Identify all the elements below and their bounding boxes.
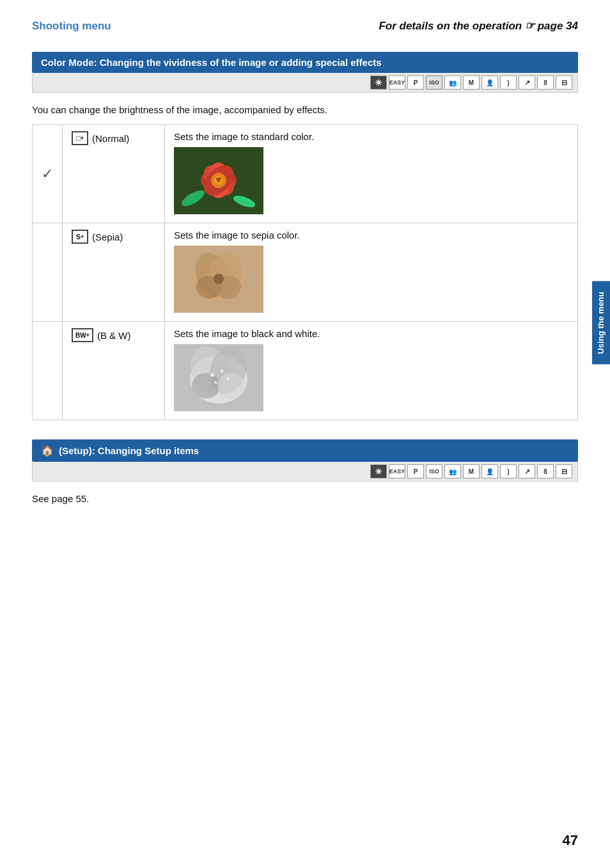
arrow-icon-box: ↗ xyxy=(519,75,535,90)
setup-m-label: M xyxy=(469,468,474,475)
setup-m-icon-box: M xyxy=(463,464,480,478)
svg-point-9 xyxy=(217,180,220,182)
setup-icon: 🏠 xyxy=(41,445,54,457)
camera-icon-box: ☀ xyxy=(370,75,387,90)
bracket-icon-box: ) xyxy=(500,75,517,90)
person-icon: 👤 xyxy=(486,79,494,86)
svg-point-24 xyxy=(217,373,246,398)
svg-point-23 xyxy=(192,373,220,398)
setup-grid-icon: ⊟ xyxy=(561,468,567,476)
setup-eight-icon-box: 8 xyxy=(537,464,554,478)
arrow-icon: ↗ xyxy=(524,79,530,87)
normal-label: (Normal) xyxy=(92,133,129,144)
mode-icon-cell-normal: □+ (Normal) xyxy=(63,125,165,223)
table-row: ✓ □+ (Normal) Sets the image to standard… xyxy=(33,125,578,223)
eight-icon-box: 8 xyxy=(537,75,554,90)
setup-easy-icon-box: EASY xyxy=(389,464,405,478)
eight-label: 8 xyxy=(544,79,547,86)
normal-icon-box: □+ xyxy=(72,131,88,145)
setup-arrow-icon: ↗ xyxy=(524,468,530,476)
check-cell-bw xyxy=(33,322,63,420)
sepia-label: (Sepia) xyxy=(92,232,123,242)
p-label: P xyxy=(414,79,418,86)
people-icon: 👥 xyxy=(449,79,457,86)
sepia-photo xyxy=(174,246,263,313)
bw-mode-label: BW+ (B & W) xyxy=(72,328,155,342)
setup-eight-label: 8 xyxy=(544,468,547,475)
setup-easy-label: EASY xyxy=(389,468,405,475)
easy-icon-box: EASY xyxy=(389,75,405,90)
svg-point-18 xyxy=(214,274,224,284)
bw-icon-box: BW+ xyxy=(72,328,93,342)
iso-label: ISO xyxy=(429,79,439,86)
setup-p-label: P xyxy=(414,468,418,475)
setup-iso-icon-box: ISO xyxy=(426,464,442,478)
grid-icon-box: ⊟ xyxy=(556,75,572,90)
setup-person-icon: 👤 xyxy=(486,468,494,475)
m-label: M xyxy=(469,79,474,86)
color-mode-title: Color Mode: Changing the vividness of th… xyxy=(41,57,382,68)
grid-icon: ⊟ xyxy=(561,79,567,87)
svg-point-28 xyxy=(214,381,217,384)
setup-people-icon-box: 👥 xyxy=(444,464,461,478)
svg-point-25 xyxy=(210,373,214,377)
sepia-icon-box: S+ xyxy=(72,230,88,244)
section-title: Shooting menu xyxy=(32,20,111,33)
bw-desc-cell: Sets the image to black and white. xyxy=(165,322,578,420)
setup-p-icon-box: P xyxy=(407,464,424,478)
normal-mode-label: □+ (Normal) xyxy=(72,131,155,145)
camera-icon: ☀ xyxy=(375,78,382,88)
setup-bracket-icon-box: ) xyxy=(500,464,517,478)
setup-grid-icon-box: ⊟ xyxy=(556,464,572,478)
bw-photo xyxy=(174,344,263,411)
operation-ref: For details on the operation ☞ page 34 xyxy=(379,19,578,33)
bw-label: (B & W) xyxy=(97,330,131,341)
check-cell-sepia xyxy=(33,223,63,322)
page-header: Shooting menu For details on the operati… xyxy=(32,19,578,33)
people-icon-box: 👥 xyxy=(444,75,461,90)
mode-icon-cell-bw: BW+ (B & W) xyxy=(63,322,165,420)
for-details-text: For details on the operation ☞ xyxy=(379,20,537,32)
normal-desc: Sets the image to standard color. xyxy=(174,131,568,142)
setup-section-header: 🏠 (Setup): Changing Setup items xyxy=(32,439,578,462)
bw-desc: Sets the image to black and white. xyxy=(174,328,568,339)
page-number: 47 xyxy=(563,832,578,849)
side-tab: Using the menu xyxy=(592,281,610,365)
normal-photo xyxy=(174,147,263,214)
intro-text: You can change the brightness of the ima… xyxy=(32,104,578,115)
sepia-mode-label: S+ (Sepia) xyxy=(72,230,155,244)
table-row: BW+ (B & W) Sets the image to black and … xyxy=(33,322,578,420)
see-page-text: See page 55. xyxy=(32,493,578,504)
bracket-label: ) xyxy=(507,79,509,86)
setup-person-icon-box: 👤 xyxy=(481,464,498,478)
setup-bracket-label: ) xyxy=(507,468,509,475)
checkmark-icon: ✓ xyxy=(42,166,53,182)
setup-people-icon: 👥 xyxy=(449,468,457,475)
mode-icon-cell-sepia: S+ (Sepia) xyxy=(63,223,165,322)
sepia-desc-cell: Sets the image to sepia color. xyxy=(165,223,578,322)
m-icon-box: M xyxy=(463,75,480,90)
setup-title: (Setup): Changing Setup items xyxy=(59,445,199,456)
p-icon-box: P xyxy=(407,75,424,90)
setup-iso-label: ISO xyxy=(429,468,439,475)
side-tab-label: Using the menu xyxy=(596,292,606,354)
person-icon-box: 👤 xyxy=(481,75,498,90)
svg-point-8 xyxy=(219,177,221,180)
page-ref: page 34 xyxy=(538,20,578,32)
setup-icons-bar: ☀ EASY P ISO 👥 M 👤 ) ↗ 8 ⊟ xyxy=(32,462,578,482)
check-cell: ✓ xyxy=(33,125,63,223)
sepia-desc: Sets the image to sepia color. xyxy=(174,230,568,241)
setup-arrow-icon-box: ↗ xyxy=(519,464,535,478)
color-mode-table: ✓ □+ (Normal) Sets the image to standard… xyxy=(32,124,578,420)
normal-desc-cell: Sets the image to standard color. xyxy=(165,125,578,223)
setup-camera-icon: ☀ xyxy=(375,467,382,477)
setup-camera-icon-box: ☀ xyxy=(370,464,387,478)
svg-point-27 xyxy=(227,378,230,381)
iso-icon-box: ISO xyxy=(426,75,442,90)
svg-point-26 xyxy=(221,370,224,373)
color-mode-section-header: Color Mode: Changing the vividness of th… xyxy=(32,52,578,73)
easy-label: EASY xyxy=(389,79,405,86)
color-mode-icons-bar: ☀ EASY P ISO 👥 M 👤 ) ↗ 8 ⊟ xyxy=(32,73,578,93)
table-row: S+ (Sepia) Sets the image to sepia color… xyxy=(33,223,578,322)
